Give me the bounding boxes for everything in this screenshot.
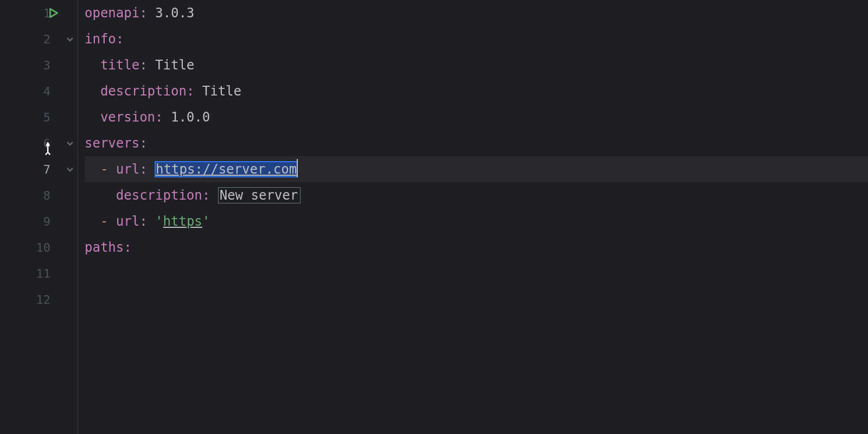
- line-number: 12: [33, 293, 50, 307]
- line-number: 7: [33, 163, 50, 176]
- yaml-key: version: [100, 110, 155, 125]
- yaml-key: description: [100, 84, 187, 99]
- yaml-key: servers: [85, 136, 139, 151]
- code-line[interactable]: title: Title: [85, 52, 868, 78]
- text-caret: [297, 159, 298, 177]
- code-line[interactable]: description: New server: [85, 182, 868, 208]
- chevron-down-icon[interactable]: [66, 35, 74, 43]
- yaml-key: info: [85, 31, 116, 47]
- gutter-row: 10: [0, 234, 78, 260]
- chevron-down-icon[interactable]: [66, 165, 74, 174]
- code-line[interactable]: info:: [85, 26, 868, 52]
- yaml-value: 3.0.3: [155, 5, 194, 21]
- chevron-down-icon[interactable]: [66, 139, 74, 148]
- line-number: 4: [33, 85, 50, 98]
- gutter-row: 4: [0, 78, 78, 104]
- yaml-dash: -: [100, 214, 108, 229]
- line-number: 2: [33, 33, 50, 46]
- gutter-row: 8: [0, 182, 78, 208]
- yaml-value: Title: [155, 58, 194, 73]
- code-line[interactable]: servers:: [85, 130, 868, 156]
- gutter-row: 6: [0, 130, 78, 156]
- code-line[interactable]: - url: https://server.com: [85, 156, 868, 182]
- line-number: 11: [33, 267, 50, 280]
- line-number: 10: [33, 241, 50, 254]
- gutter-row: 5: [0, 104, 78, 130]
- code-content[interactable]: openapi: 3.0.3 info: title: Title descri…: [78, 0, 868, 434]
- yaml-key: url: [116, 162, 139, 177]
- code-line[interactable]: paths:: [85, 234, 868, 260]
- code-line[interactable]: [85, 286, 868, 312]
- yaml-key: description: [116, 188, 202, 203]
- line-number: 8: [33, 189, 50, 202]
- yaml-quote: ': [155, 214, 163, 229]
- template-placeholder[interactable]: New server: [218, 187, 301, 203]
- yaml-key: url: [116, 214, 139, 229]
- yaml-quote: ': [202, 214, 210, 229]
- gutter-row: 1: [0, 0, 78, 26]
- line-number: 3: [33, 59, 50, 72]
- yaml-dash: -: [100, 162, 108, 177]
- line-number: 6: [33, 137, 50, 150]
- code-line[interactable]: openapi: 3.0.3: [85, 0, 868, 26]
- code-line[interactable]: [85, 260, 868, 286]
- gutter: 1 2 3 4 5 6 7: [0, 0, 78, 434]
- selected-url: https://server.com: [155, 162, 297, 177]
- gutter-row: 9: [0, 208, 78, 234]
- yaml-key: title: [100, 58, 139, 73]
- line-number: 9: [33, 215, 50, 228]
- code-editor[interactable]: 1 2 3 4 5 6 7: [0, 0, 868, 434]
- yaml-value: https: [163, 214, 202, 229]
- yaml-key: paths: [85, 240, 124, 255]
- gutter-row: 11: [0, 260, 78, 286]
- code-line[interactable]: - url: 'https': [85, 208, 868, 234]
- line-number: 5: [33, 111, 50, 124]
- gutter-row: 12: [0, 286, 78, 312]
- gutter-row: 3: [0, 52, 78, 78]
- gutter-row: 7: [0, 156, 78, 182]
- gutter-row: 2: [0, 26, 78, 52]
- yaml-value: Title: [202, 84, 241, 99]
- run-icon[interactable]: [47, 7, 59, 19]
- code-line[interactable]: description: Title: [85, 78, 868, 104]
- code-line[interactable]: version: 1.0.0: [85, 104, 868, 130]
- yaml-value: 1.0.0: [171, 110, 210, 125]
- yaml-key: openapi: [85, 5, 139, 21]
